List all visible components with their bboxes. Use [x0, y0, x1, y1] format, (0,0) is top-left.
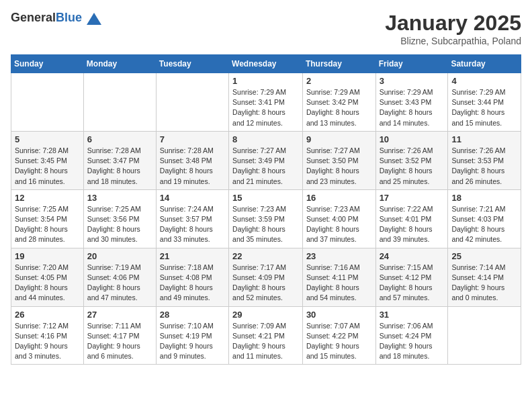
table-row	[156, 73, 228, 132]
table-row	[83, 73, 156, 132]
day-number: 30	[306, 310, 372, 320]
svg-marker-0	[87, 13, 101, 25]
table-row: 23Sunrise: 7:16 AM Sunset: 4:11 PM Dayli…	[302, 248, 375, 306]
day-info: Sunrise: 7:16 AM Sunset: 4:11 PM Dayligh…	[306, 263, 372, 304]
table-row: 10Sunrise: 7:26 AM Sunset: 3:52 PM Dayli…	[375, 131, 448, 189]
table-row: 24Sunrise: 7:15 AM Sunset: 4:12 PM Dayli…	[375, 248, 448, 306]
day-info: Sunrise: 7:26 AM Sunset: 3:52 PM Dayligh…	[380, 146, 445, 187]
day-number: 28	[160, 310, 225, 320]
table-row: 14Sunrise: 7:24 AM Sunset: 3:57 PM Dayli…	[156, 189, 228, 248]
day-number: 14	[160, 193, 225, 203]
title-area: January 2025 Blizne, Subcarpathia, Polan…	[385, 11, 521, 46]
table-row: 12Sunrise: 7:25 AM Sunset: 3:54 PM Dayli…	[11, 189, 84, 248]
table-row	[11, 73, 84, 132]
day-info: Sunrise: 7:22 AM Sunset: 4:01 PM Dayligh…	[380, 204, 445, 245]
day-info: Sunrise: 7:12 AM Sunset: 4:16 PM Dayligh…	[15, 321, 80, 362]
day-number: 23	[306, 251, 372, 261]
calendar-week-row: 26Sunrise: 7:12 AM Sunset: 4:16 PM Dayli…	[11, 306, 521, 365]
col-monday: Monday	[83, 55, 156, 73]
day-number: 31	[380, 310, 445, 320]
col-friday: Friday	[375, 55, 448, 73]
day-number: 12	[15, 193, 80, 203]
table-row: 6Sunrise: 7:28 AM Sunset: 3:47 PM Daylig…	[83, 131, 156, 189]
calendar-title: January 2025	[385, 11, 521, 36]
day-number: 19	[15, 251, 80, 261]
header: GeneralBlue January 2025 Blizne, Subcarp…	[11, 11, 521, 46]
day-info: Sunrise: 7:14 AM Sunset: 4:14 PM Dayligh…	[451, 263, 517, 304]
table-row: 2Sunrise: 7:29 AM Sunset: 3:42 PM Daylig…	[302, 73, 375, 132]
day-info: Sunrise: 7:19 AM Sunset: 4:06 PM Dayligh…	[87, 263, 152, 304]
day-number: 11	[451, 134, 517, 144]
calendar-week-row: 12Sunrise: 7:25 AM Sunset: 3:54 PM Dayli…	[11, 189, 521, 248]
day-number: 5	[15, 134, 80, 144]
day-number: 27	[87, 310, 152, 320]
day-info: Sunrise: 7:11 AM Sunset: 4:17 PM Dayligh…	[87, 321, 152, 362]
logo: GeneralBlue	[11, 11, 101, 25]
calendar-week-row: 19Sunrise: 7:20 AM Sunset: 4:05 PM Dayli…	[11, 248, 521, 306]
table-row: 25Sunrise: 7:14 AM Sunset: 4:14 PM Dayli…	[448, 248, 521, 306]
logo-icon	[87, 13, 101, 25]
table-row: 11Sunrise: 7:26 AM Sunset: 3:53 PM Dayli…	[448, 131, 521, 189]
table-row: 5Sunrise: 7:28 AM Sunset: 3:45 PM Daylig…	[11, 131, 84, 189]
day-info: Sunrise: 7:20 AM Sunset: 4:05 PM Dayligh…	[15, 263, 80, 304]
table-row: 28Sunrise: 7:10 AM Sunset: 4:19 PM Dayli…	[156, 306, 228, 365]
day-number: 13	[87, 193, 152, 203]
day-info: Sunrise: 7:10 AM Sunset: 4:19 PM Dayligh…	[160, 321, 225, 362]
table-row: 19Sunrise: 7:20 AM Sunset: 4:05 PM Dayli…	[11, 248, 84, 306]
day-info: Sunrise: 7:25 AM Sunset: 3:56 PM Dayligh…	[87, 204, 152, 245]
table-row: 13Sunrise: 7:25 AM Sunset: 3:56 PM Dayli…	[83, 189, 156, 248]
table-row: 8Sunrise: 7:27 AM Sunset: 3:49 PM Daylig…	[229, 131, 303, 189]
table-row: 1Sunrise: 7:29 AM Sunset: 3:41 PM Daylig…	[229, 73, 303, 132]
col-wednesday: Wednesday	[229, 55, 303, 73]
day-info: Sunrise: 7:06 AM Sunset: 4:24 PM Dayligh…	[380, 321, 445, 362]
table-row: 7Sunrise: 7:28 AM Sunset: 3:48 PM Daylig…	[156, 131, 228, 189]
table-row: 9Sunrise: 7:27 AM Sunset: 3:50 PM Daylig…	[302, 131, 375, 189]
day-number: 15	[232, 193, 299, 203]
day-number: 9	[306, 134, 372, 144]
calendar-week-row: 5Sunrise: 7:28 AM Sunset: 3:45 PM Daylig…	[11, 131, 521, 189]
day-info: Sunrise: 7:07 AM Sunset: 4:22 PM Dayligh…	[306, 321, 372, 362]
table-row: 18Sunrise: 7:21 AM Sunset: 4:03 PM Dayli…	[448, 189, 521, 248]
day-info: Sunrise: 7:15 AM Sunset: 4:12 PM Dayligh…	[380, 263, 445, 304]
day-info: Sunrise: 7:18 AM Sunset: 4:08 PM Dayligh…	[160, 263, 225, 304]
calendar-week-row: 1Sunrise: 7:29 AM Sunset: 3:41 PM Daylig…	[11, 73, 521, 132]
day-number: 10	[380, 134, 445, 144]
day-info: Sunrise: 7:23 AM Sunset: 4:00 PM Dayligh…	[306, 204, 372, 245]
table-row: 26Sunrise: 7:12 AM Sunset: 4:16 PM Dayli…	[11, 306, 84, 365]
day-number: 25	[451, 251, 517, 261]
day-info: Sunrise: 7:28 AM Sunset: 3:45 PM Dayligh…	[15, 146, 80, 187]
table-row: 3Sunrise: 7:29 AM Sunset: 3:43 PM Daylig…	[375, 73, 448, 132]
col-thursday: Thursday	[302, 55, 375, 73]
table-row: 4Sunrise: 7:29 AM Sunset: 3:44 PM Daylig…	[448, 73, 521, 132]
day-info: Sunrise: 7:09 AM Sunset: 4:21 PM Dayligh…	[232, 321, 299, 362]
logo-general-text: General	[11, 11, 56, 24]
day-info: Sunrise: 7:27 AM Sunset: 3:50 PM Dayligh…	[306, 146, 372, 187]
table-row: 22Sunrise: 7:17 AM Sunset: 4:09 PM Dayli…	[229, 248, 303, 306]
col-tuesday: Tuesday	[156, 55, 228, 73]
day-number: 4	[451, 76, 517, 86]
table-row: 29Sunrise: 7:09 AM Sunset: 4:21 PM Dayli…	[229, 306, 303, 365]
day-info: Sunrise: 7:29 AM Sunset: 3:42 PM Dayligh…	[306, 87, 372, 128]
col-saturday: Saturday	[448, 55, 521, 73]
day-info: Sunrise: 7:24 AM Sunset: 3:57 PM Dayligh…	[160, 204, 225, 245]
table-row: 27Sunrise: 7:11 AM Sunset: 4:17 PM Dayli…	[83, 306, 156, 365]
calendar-header-row: Sunday Monday Tuesday Wednesday Thursday…	[11, 55, 521, 73]
day-number: 24	[380, 251, 445, 261]
day-info: Sunrise: 7:29 AM Sunset: 3:41 PM Dayligh…	[232, 87, 299, 128]
table-row: 30Sunrise: 7:07 AM Sunset: 4:22 PM Dayli…	[302, 306, 375, 365]
calendar-table: Sunday Monday Tuesday Wednesday Thursday…	[11, 54, 521, 365]
logo-blue-text: Blue	[56, 11, 82, 24]
day-number: 26	[15, 310, 80, 320]
day-number: 3	[380, 76, 445, 86]
day-number: 7	[160, 134, 225, 144]
day-info: Sunrise: 7:29 AM Sunset: 3:43 PM Dayligh…	[380, 87, 445, 128]
day-info: Sunrise: 7:21 AM Sunset: 4:03 PM Dayligh…	[451, 204, 517, 245]
calendar-location: Blizne, Subcarpathia, Poland	[385, 36, 521, 46]
day-info: Sunrise: 7:26 AM Sunset: 3:53 PM Dayligh…	[451, 146, 517, 187]
day-info: Sunrise: 7:17 AM Sunset: 4:09 PM Dayligh…	[232, 263, 299, 304]
day-number: 2	[306, 76, 372, 86]
table-row: 15Sunrise: 7:23 AM Sunset: 3:59 PM Dayli…	[229, 189, 303, 248]
table-row: 20Sunrise: 7:19 AM Sunset: 4:06 PM Dayli…	[83, 248, 156, 306]
day-number: 21	[160, 251, 225, 261]
day-info: Sunrise: 7:23 AM Sunset: 3:59 PM Dayligh…	[232, 204, 299, 245]
